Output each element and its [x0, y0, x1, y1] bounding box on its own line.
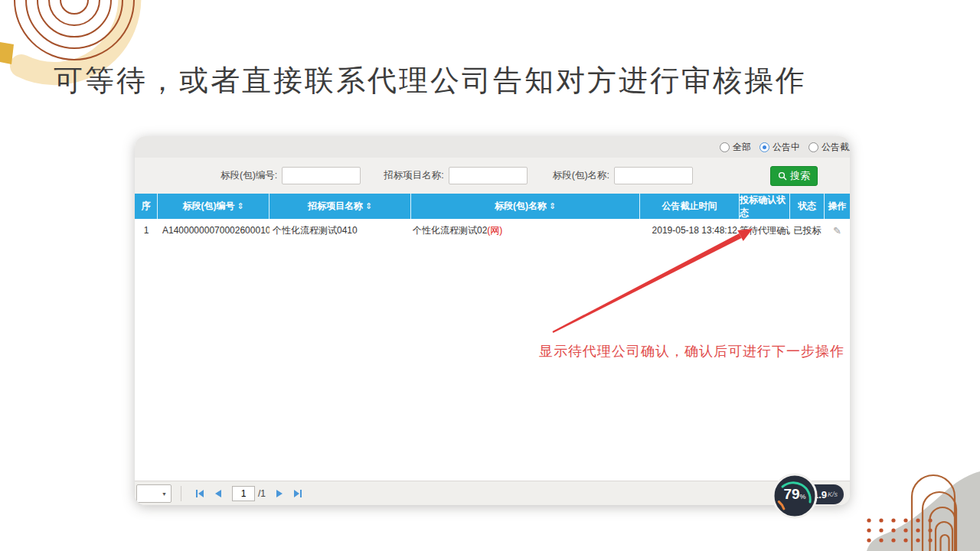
header-section-no[interactable]: 标段(包)编号 ⇕: [158, 194, 270, 219]
yellow-accent-shape: [0, 42, 14, 64]
prev-page-button[interactable]: [209, 489, 227, 498]
radio-icon: [720, 142, 730, 152]
cell-section-name: 个性化流程测试02(网): [411, 224, 640, 237]
radio-icon: [808, 142, 818, 152]
page-number-input[interactable]: [232, 486, 255, 501]
usage-gauge-widget[interactable]: [771, 472, 818, 520]
search-icon: [778, 171, 787, 181]
divider: [181, 486, 181, 501]
radio-checked-icon: [760, 142, 769, 152]
last-page-icon: [293, 489, 302, 498]
filter-option-label: 公告截止: [822, 141, 850, 154]
cell-confirm-status: 等待代理确认: [740, 224, 790, 237]
header-project-name[interactable]: 招标项目名称 ⇕: [270, 194, 411, 219]
filter-option-label: 全部: [733, 141, 751, 154]
page-title: 可等待，或者直接联系代理公司告知对方进行审核操作: [54, 61, 807, 100]
section-no-label: 标段(包)编号:: [220, 169, 277, 182]
filter-option-closed[interactable]: 公告截止: [808, 141, 850, 154]
header-section-name[interactable]: 标段(包)名称 ⇕: [411, 194, 640, 219]
header-actions: 操作: [825, 194, 850, 219]
annotation-text: 显示待代理公司确认，确认后可进行下一步操作: [539, 342, 844, 360]
online-tag: (网): [487, 225, 502, 236]
pagination-bar: ▼ /1: [135, 481, 850, 505]
page-total-label: /1: [258, 488, 266, 499]
header-seq: 序: [135, 194, 158, 219]
cell-actions: ✎: [825, 225, 850, 236]
prev-page-icon: [214, 489, 222, 498]
search-button[interactable]: 搜索: [770, 166, 818, 186]
table-header: 序 标段(包)编号 ⇕ 招标项目名称 ⇕ 标段(包)名称 ⇕ 公告截止时间 投标…: [135, 194, 850, 219]
section-name-label: 标段(包)名称:: [553, 169, 609, 182]
header-deadline: 公告截止时间: [640, 194, 740, 219]
cell-deadline: 2019-05-18 13:48:12: [640, 225, 740, 236]
slide: 可等待，或者直接联系代理公司告知对方进行审核操作 全部 公告中 公告截止: [0, 0, 980, 551]
filter-option-announcing[interactable]: 公告中: [760, 141, 800, 154]
cell-seq: 1: [135, 225, 158, 236]
section-no-input[interactable]: [282, 167, 361, 184]
app-window: 全部 公告中 公告截止 标段(包)编号: 招标项目名称: 标段(包)名称:: [135, 136, 850, 505]
header-confirm-status: 投标确认状态: [740, 194, 790, 219]
last-page-button[interactable]: [289, 489, 307, 498]
cell-bid-status: 已投标: [790, 224, 825, 237]
first-page-icon: [195, 489, 204, 498]
project-name-input[interactable]: [449, 167, 528, 184]
upload-speed-unit: K/s: [828, 491, 838, 498]
sort-icon[interactable]: ⇕: [549, 201, 556, 211]
filter-option-label: 公告中: [773, 141, 800, 154]
project-name-label: 招标项目名称:: [384, 169, 443, 182]
table-row: 1 A1400000007000260001002 个性化流程测试0410 个性…: [135, 219, 850, 242]
cell-section-no: A1400000007000260001002: [158, 225, 270, 236]
chevron-down-icon: ▼: [162, 491, 167, 497]
header-status: 状态: [790, 194, 825, 219]
filter-bar: 全部 公告中 公告截止: [135, 136, 850, 158]
sort-icon[interactable]: ⇕: [237, 201, 243, 211]
page-size-select[interactable]: ▼: [136, 484, 172, 503]
sort-icon[interactable]: ⇕: [365, 201, 372, 211]
search-button-label: 搜索: [790, 169, 810, 183]
filter-option-all[interactable]: 全部: [720, 141, 751, 154]
first-page-button[interactable]: [191, 489, 209, 498]
search-bar: 标段(包)编号: 招标项目名称: 标段(包)名称: 搜索: [135, 158, 850, 194]
decoration-bottom-right: [827, 452, 980, 551]
edit-icon[interactable]: ✎: [833, 225, 841, 236]
next-page-button[interactable]: [270, 489, 289, 498]
cell-project-name: 个性化流程测试0410: [270, 224, 411, 237]
next-page-icon: [276, 489, 283, 498]
section-name-input[interactable]: [614, 167, 693, 184]
